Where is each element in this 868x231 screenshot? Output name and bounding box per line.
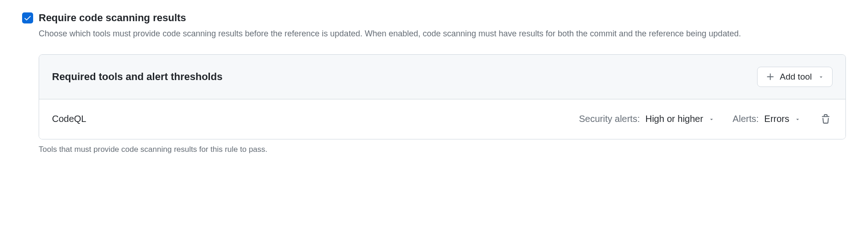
checkmark-icon	[23, 14, 32, 22]
section-title: Require code scanning results	[39, 11, 846, 25]
alerts-label: Alerts:	[733, 114, 759, 124]
add-tool-button[interactable]: Add tool	[757, 67, 833, 87]
chevron-down-icon	[818, 74, 824, 80]
footer-note: Tools that must provide code scanning re…	[39, 145, 846, 154]
section-content: Require code scanning results Choose whi…	[39, 11, 846, 154]
plus-icon	[766, 72, 775, 81]
tools-panel: Required tools and alert thresholds Add …	[39, 54, 846, 139]
require-code-scanning-section: Require code scanning results Choose whi…	[22, 11, 846, 154]
panel-title: Required tools and alert thresholds	[52, 71, 222, 83]
trash-icon	[821, 114, 831, 124]
panel-header: Required tools and alert thresholds Add …	[39, 55, 845, 99]
tool-controls: Security alerts: High or higher Alerts: …	[579, 112, 833, 126]
delete-tool-button[interactable]	[819, 112, 833, 126]
security-alerts-dropdown[interactable]: Security alerts: High or higher	[579, 114, 714, 124]
alerts-dropdown[interactable]: Alerts: Errors	[733, 114, 800, 124]
require-code-scanning-checkbox[interactable]	[22, 12, 33, 23]
security-alerts-label: Security alerts:	[579, 114, 640, 124]
tool-name: CodeQL	[52, 114, 579, 124]
tool-row: CodeQL Security alerts: High or higher A…	[39, 99, 845, 139]
chevron-down-icon	[709, 116, 714, 122]
add-tool-label: Add tool	[780, 72, 812, 82]
alerts-value: Errors	[764, 114, 789, 124]
chevron-down-icon	[795, 116, 800, 122]
security-alerts-value: High or higher	[645, 114, 703, 124]
section-description: Choose which tools must provide code sca…	[39, 27, 846, 40]
